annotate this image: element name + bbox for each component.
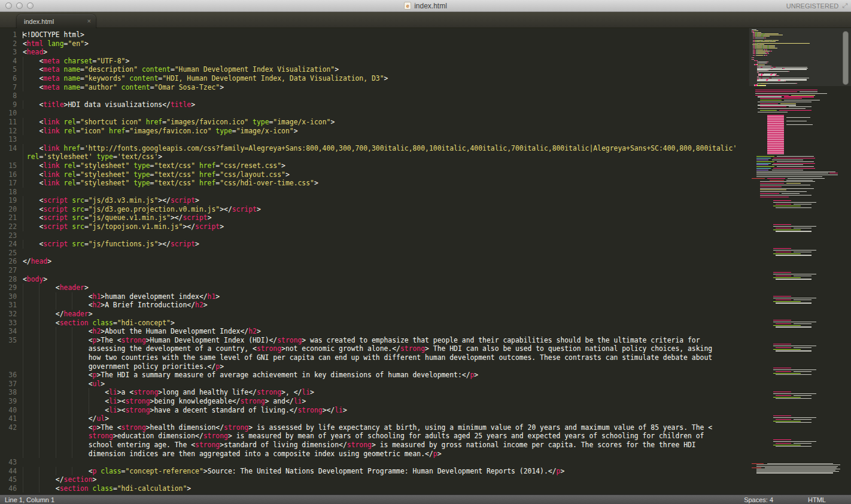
code-line[interactable]: 9<title>HDI data visualizations</title> bbox=[0, 100, 749, 109]
code-line[interactable]: dimension indices are then aggregated in… bbox=[0, 450, 749, 459]
code-line[interactable]: 1<!DOCTYPE html> bbox=[0, 30, 749, 39]
code-line[interactable]: 43 bbox=[0, 458, 749, 467]
line-number[interactable]: 26 bbox=[0, 257, 23, 266]
line-number[interactable]: 7 bbox=[0, 83, 23, 92]
line-number[interactable]: 28 bbox=[0, 275, 23, 284]
code-line[interactable]: 25 bbox=[0, 249, 749, 258]
line-number[interactable]: 38 bbox=[0, 388, 23, 397]
line-number[interactable]: 31 bbox=[0, 301, 23, 310]
code-line[interactable]: 18 bbox=[0, 188, 749, 197]
code-line[interactable]: 20<script src="js/d3.geo.projection.v0.m… bbox=[0, 205, 749, 214]
minimize-window-button[interactable] bbox=[16, 2, 23, 9]
line-number[interactable]: 36 bbox=[0, 371, 23, 380]
code-line[interactable]: 41</ul> bbox=[0, 414, 749, 423]
line-number[interactable]: 18 bbox=[0, 188, 23, 197]
code-line[interactable]: 38<li>a <strong>long and healthy life</s… bbox=[0, 388, 749, 397]
code-line[interactable]: rel='stylesheet' type='text/css'> bbox=[0, 152, 749, 161]
line-number[interactable]: 25 bbox=[0, 249, 23, 258]
code-line[interactable]: 39<li><strong>being knowledgeable</stron… bbox=[0, 397, 749, 406]
line-number[interactable]: 30 bbox=[0, 292, 23, 301]
code-line[interactable]: 31<h2>A Brief Introduction</h2> bbox=[0, 301, 749, 310]
line-number[interactable]: 46 bbox=[0, 484, 23, 493]
code-line[interactable]: school entering age. The <strong>standar… bbox=[0, 441, 749, 450]
line-number[interactable]: 20 bbox=[0, 205, 23, 214]
code-line[interactable]: 7<meta name="author" content="Omar Sosa-… bbox=[0, 83, 749, 92]
line-number[interactable]: 43 bbox=[0, 458, 23, 467]
line-number[interactable]: 17 bbox=[0, 179, 23, 188]
line-number[interactable]: 29 bbox=[0, 283, 23, 292]
code-line[interactable]: 37<ul> bbox=[0, 380, 749, 389]
code-line[interactable]: 19<script src="js/d3.v3.min.js"></script… bbox=[0, 196, 749, 205]
line-number[interactable]: 39 bbox=[0, 397, 23, 406]
code-line[interactable]: strong>education dimension</strong> is m… bbox=[0, 432, 749, 441]
code-line[interactable]: 29<header> bbox=[0, 283, 749, 292]
code-line[interactable]: 33<section class="hdi-concept"> bbox=[0, 319, 749, 328]
line-number[interactable]: 14 bbox=[0, 144, 23, 153]
code-line[interactable]: 35<p>The <strong>Human Development Index… bbox=[0, 336, 749, 345]
code-line[interactable]: 8 bbox=[0, 91, 749, 100]
code-line[interactable]: 2<html lang="en"> bbox=[0, 39, 749, 48]
code-line[interactable]: 13 bbox=[0, 135, 749, 144]
code-line[interactable]: 4<meta charset="UTF-8"> bbox=[0, 57, 749, 66]
line-number[interactable]: 33 bbox=[0, 319, 23, 328]
code-line[interactable]: 15<link rel="stylesheet" type="text/css"… bbox=[0, 161, 749, 170]
code-line[interactable]: assessing the development of a country, … bbox=[0, 344, 749, 353]
code-line[interactable]: 17<link rel="stylesheet" type="text/css"… bbox=[0, 179, 749, 188]
tab-index-html[interactable]: index.html × bbox=[17, 14, 96, 28]
code-line[interactable]: government policy priorities.</p> bbox=[0, 362, 749, 371]
minimap[interactable] bbox=[749, 28, 851, 494]
line-number[interactable]: 41 bbox=[0, 414, 23, 423]
code-view[interactable]: 1<!DOCTYPE html>2<html lang="en">3<head>… bbox=[0, 28, 749, 494]
line-number[interactable]: 16 bbox=[0, 170, 23, 179]
line-number[interactable]: 22 bbox=[0, 222, 23, 231]
line-number[interactable]: 23 bbox=[0, 231, 23, 240]
line-number[interactable]: 44 bbox=[0, 467, 23, 476]
code-line[interactable]: 42<p>The <strong>health dimension</stron… bbox=[0, 423, 749, 432]
code-line[interactable]: 23 bbox=[0, 231, 749, 240]
line-number[interactable]: 24 bbox=[0, 240, 23, 249]
code-line[interactable]: 46<section class="hdi-calculation"> bbox=[0, 484, 749, 493]
resize-icon[interactable]: ⤢ bbox=[842, 2, 847, 10]
indent-setting[interactable]: Spaces: 4 bbox=[744, 496, 773, 503]
code-line[interactable]: 16<link rel="stylesheet" type="text/css"… bbox=[0, 170, 749, 179]
code-line[interactable]: 22<script src="js/topojson.v1.min.js"></… bbox=[0, 222, 749, 231]
code-line[interactable]: 24<script src="js/functions.js"></script… bbox=[0, 240, 749, 249]
line-number[interactable]: 27 bbox=[0, 266, 23, 275]
line-number[interactable]: 12 bbox=[0, 127, 23, 136]
zoom-window-button[interactable] bbox=[27, 2, 34, 9]
line-number[interactable]: 1 bbox=[0, 30, 23, 39]
code-line[interactable]: 45</section> bbox=[0, 475, 749, 484]
line-number[interactable]: 19 bbox=[0, 196, 23, 205]
code-line[interactable]: 28<body> bbox=[0, 275, 749, 284]
code-line[interactable]: 44<p class="concept-reference">Source: T… bbox=[0, 467, 749, 476]
code-line[interactable]: 3<head> bbox=[0, 48, 749, 57]
line-number[interactable]: 11 bbox=[0, 118, 23, 127]
code-line[interactable]: 14<link href='http://fonts.googleapis.co… bbox=[0, 144, 749, 153]
line-number[interactable]: 35 bbox=[0, 336, 23, 345]
line-number[interactable]: 4 bbox=[0, 57, 23, 66]
code-line[interactable]: 34<h2>About the Human Development Index<… bbox=[0, 327, 749, 336]
code-line[interactable]: 30<h1>human development index</h1> bbox=[0, 292, 749, 301]
code-line[interactable]: how two countries with the same level of… bbox=[0, 353, 749, 362]
line-number[interactable]: 15 bbox=[0, 161, 23, 170]
code-line[interactable]: 36<p>The HDI a summary measure of averag… bbox=[0, 371, 749, 380]
line-number[interactable]: 32 bbox=[0, 310, 23, 319]
scrollbar-thumb[interactable] bbox=[843, 31, 849, 85]
close-window-button[interactable] bbox=[5, 2, 12, 9]
line-number[interactable]: 2 bbox=[0, 39, 23, 48]
code-line[interactable]: 26</head> bbox=[0, 257, 749, 266]
line-number[interactable]: 9 bbox=[0, 100, 23, 109]
line-number[interactable]: 13 bbox=[0, 135, 23, 144]
tab-close-icon[interactable]: × bbox=[87, 18, 91, 25]
line-number[interactable]: 5 bbox=[0, 65, 23, 74]
line-number[interactable]: 10 bbox=[0, 109, 23, 118]
line-number[interactable]: 34 bbox=[0, 327, 23, 336]
line-number[interactable]: 40 bbox=[0, 406, 23, 415]
code-line[interactable]: 40<li><strong>have a decent standard of … bbox=[0, 406, 749, 415]
code-line[interactable]: 11<link rel="shortcut icon" href="images… bbox=[0, 118, 749, 127]
code-line[interactable]: 21<script src="js/queue.v1.min.js"></scr… bbox=[0, 213, 749, 222]
code-line[interactable]: 5<meta name="description" content="Human… bbox=[0, 65, 749, 74]
code-line[interactable]: 6<meta name="keywords" content="HDI, Hum… bbox=[0, 74, 749, 83]
line-number[interactable]: 6 bbox=[0, 74, 23, 83]
code-line[interactable]: 32</header> bbox=[0, 310, 749, 319]
